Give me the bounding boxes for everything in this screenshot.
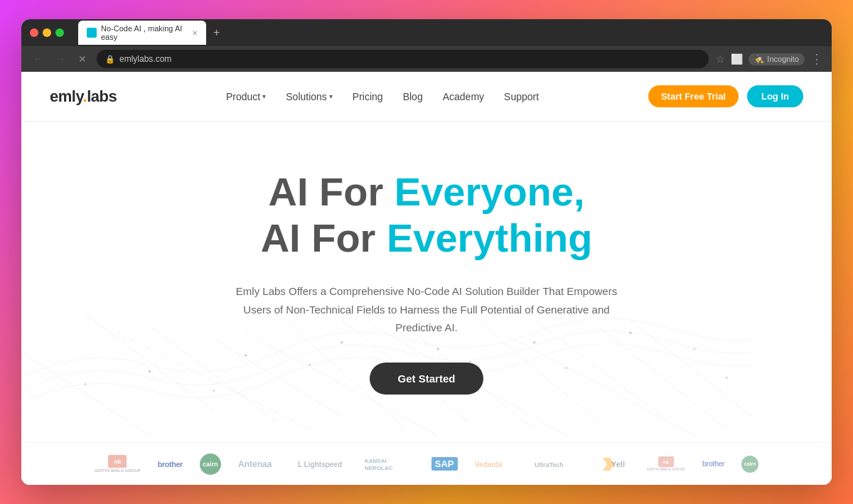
partner-aditya-birla-2: AB ADITYA BIRLA GROUP [647, 456, 685, 471]
partner-yell: Yell [601, 456, 630, 472]
svg-point-15 [149, 370, 151, 373]
partner-cairn: cairn [200, 454, 221, 475]
nav-item-solutions[interactable]: Solutions ▾ [286, 91, 333, 102]
svg-text:Yell: Yell [611, 460, 625, 468]
lock-icon: 🔒 [105, 55, 115, 64]
browser-window: No-Code AI , making AI easy ✕ + ← → ✕ 🔒 … [21, 19, 832, 485]
nav-item-academy[interactable]: Academy [443, 91, 484, 102]
chevron-down-icon: ▾ [329, 92, 333, 100]
url-text: emlylabs.com [119, 54, 171, 64]
tab-close-icon[interactable]: ✕ [192, 29, 198, 37]
hero-title: AI For Everyone, AI For Everything [261, 169, 593, 261]
partner-cairn-2: cairn [741, 456, 758, 473]
partner-ultratech: UltraTech [535, 458, 584, 471]
partner-vedanta: Vedanta [475, 458, 517, 471]
logo-text-labs: labs [87, 87, 117, 105]
bookmark-icon[interactable]: ☆ [716, 53, 725, 65]
partner-lightspeed: L Lightspeed [298, 458, 348, 471]
svg-line-2 [214, 340, 342, 417]
svg-text:UltraTech: UltraTech [535, 461, 564, 468]
site-nav: emly.labs Product ▾ Solutions ▾ [21, 72, 832, 122]
svg-line-13 [502, 333, 694, 436]
svg-point-21 [85, 383, 87, 385]
logo-text-emly: emly [50, 87, 83, 105]
active-tab[interactable]: No-Code AI , making AI easy ✕ [78, 21, 206, 45]
hero-section: .mesh-line { stroke: #c8d0d8; stroke-wid… [21, 122, 832, 442]
svg-point-19 [533, 341, 536, 344]
new-tab-button[interactable]: + [209, 26, 224, 39]
nav-link-pricing[interactable]: Pricing [353, 91, 383, 102]
nav-link-solutions[interactable]: Solutions ▾ [286, 91, 333, 102]
nav-link-blog[interactable]: Blog [403, 91, 423, 102]
svg-line-10 [117, 333, 310, 429]
partner-antenaa: Antenaa [238, 458, 281, 471]
mesh-background: .mesh-line { stroke: #c8d0d8; stroke-wid… [21, 250, 752, 442]
svg-text:KANSAI: KANSAI [365, 458, 387, 464]
hero-title-line2: AI For Everything [261, 215, 593, 261]
chevron-down-icon: ▾ [262, 92, 266, 100]
nav-links: Product ▾ Solutions ▾ Pricing [226, 91, 539, 102]
svg-point-22 [309, 364, 311, 366]
url-bar[interactable]: 🔒 emlylabs.com [97, 50, 709, 68]
nav-actions: Start Free Trial Log In [648, 85, 803, 107]
extensions-icon[interactable]: ⬜ [731, 53, 743, 65]
svg-point-16 [245, 354, 247, 357]
incognito-label: Incognito [767, 55, 799, 63]
minimize-button[interactable] [43, 28, 51, 37]
partner-aditya-birla: AB ADITYA BIRLA GROUP [95, 455, 141, 473]
svg-point-25 [213, 390, 215, 392]
svg-text:L Lightspeed: L Lightspeed [298, 461, 342, 468]
close-button[interactable] [30, 28, 38, 37]
traffic-lights [30, 28, 64, 37]
login-button[interactable]: Log In [747, 85, 803, 107]
tab-bar: No-Code AI , making AI easy ✕ + [78, 21, 224, 45]
svg-text:NEROLAC: NEROLAC [365, 465, 393, 471]
svg-text:Vedanta: Vedanta [475, 461, 503, 468]
partner-brother-2: brother [702, 460, 725, 468]
maximize-button[interactable] [55, 28, 64, 37]
nav-item-product[interactable]: Product ▾ [226, 91, 266, 102]
svg-line-8 [599, 327, 726, 429]
nav-link-academy[interactable]: Academy [443, 91, 484, 102]
site-logo[interactable]: emly.labs [50, 87, 117, 106]
tab-favicon [87, 28, 97, 38]
title-bar: No-Code AI , making AI easy ✕ + [21, 19, 832, 46]
nav-item-support[interactable]: Support [504, 91, 539, 102]
partner-kansai: KANSAI NEROLAC [365, 456, 414, 472]
address-actions: ☆ ⬜ 🕵 Incognito ⋮ [716, 51, 823, 67]
svg-line-14 [631, 321, 752, 417]
svg-point-20 [629, 332, 632, 335]
nav-link-support[interactable]: Support [504, 91, 539, 102]
svg-line-1 [149, 327, 277, 423]
svg-point-27 [565, 368, 567, 370]
hero-title-gray-1: AI For [268, 169, 394, 214]
svg-line-9 [21, 353, 149, 436]
hero-title-teal-1: Everyone, [395, 169, 585, 214]
incognito-badge: 🕵 Incognito [749, 53, 805, 65]
reload-button[interactable]: ✕ [75, 52, 90, 66]
hero-subtitle: Emly Labs Offers a Comprehensive No-Code… [227, 282, 626, 337]
tab-title: No-Code AI , making AI easy [101, 24, 185, 41]
svg-point-17 [340, 341, 343, 344]
partner-logos-strip: AB ADITYA BIRLA GROUP brother cairn Ante… [21, 442, 832, 485]
start-free-trial-button[interactable]: Start Free Trial [648, 85, 739, 107]
website-content: emly.labs Product ▾ Solutions ▾ [21, 72, 832, 485]
hero-title-teal-2: Everything [387, 215, 592, 260]
svg-point-18 [436, 348, 439, 350]
get-started-button[interactable]: Get Started [370, 363, 484, 395]
nav-item-pricing[interactable]: Pricing [353, 91, 383, 102]
forward-button[interactable]: → [53, 52, 68, 66]
nav-link-product[interactable]: Product ▾ [226, 91, 266, 102]
address-bar: ← → ✕ 🔒 emlylabs.com ☆ ⬜ 🕵 Incognito ⋮ [21, 46, 832, 72]
back-button[interactable]: ← [30, 52, 45, 66]
partner-sap: SAP [431, 457, 458, 471]
hero-title-line1: AI For Everyone, [261, 169, 593, 215]
partner-brother: brother [158, 460, 183, 468]
svg-line-0 [85, 314, 213, 410]
hero-title-gray-2: AI For [261, 215, 387, 260]
browser-menu-icon[interactable]: ⋮ [810, 51, 823, 67]
svg-point-28 [726, 377, 728, 379]
nav-item-blog[interactable]: Blog [403, 91, 423, 102]
svg-text:Antenaa: Antenaa [238, 459, 272, 469]
incognito-icon: 🕵 [754, 55, 764, 64]
